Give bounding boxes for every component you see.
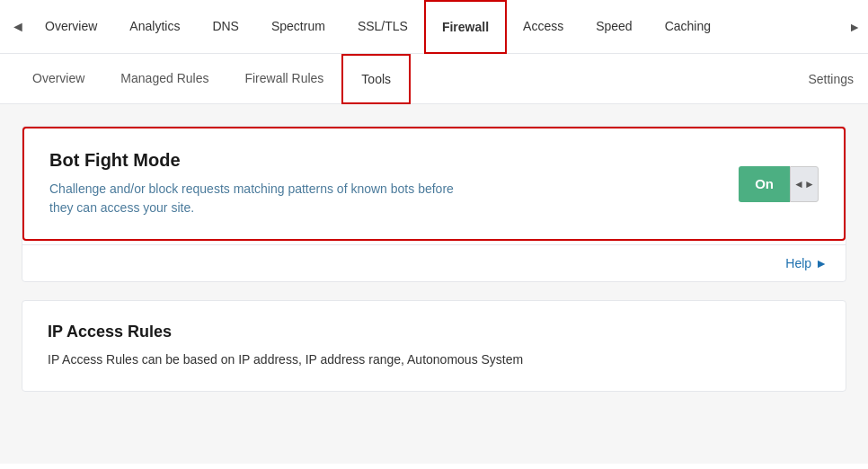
nav-item-access[interactable]: Access bbox=[507, 0, 580, 54]
top-navigation: ◄ Overview Analytics DNS Spectrum SSL/TL… bbox=[0, 0, 868, 54]
main-content: Bot Fight Mode Challenge and/or block re… bbox=[0, 104, 868, 464]
sub-item-managed-rules[interactable]: Managed Rules bbox=[102, 54, 226, 104]
bot-fight-mode-card: Bot Fight Mode Challenge and/or block re… bbox=[22, 126, 846, 282]
nav-item-caching[interactable]: Caching bbox=[649, 0, 727, 54]
nav-prev-arrow[interactable]: ◄ bbox=[7, 19, 29, 35]
ip-access-rules-description: IP Access Rules can be based on IP addre… bbox=[48, 350, 820, 369]
bot-fight-text: Bot Fight Mode Challenge and/or block re… bbox=[49, 150, 739, 217]
toggle-arrows-icon: ◄► bbox=[793, 178, 815, 190]
nav-item-speed[interactable]: Speed bbox=[580, 0, 648, 54]
nav-item-spectrum[interactable]: Spectrum bbox=[255, 0, 341, 54]
nav-item-dns[interactable]: DNS bbox=[196, 0, 255, 54]
bot-fight-description: Challenge and/or block requests matching… bbox=[49, 180, 463, 217]
card-footer: Help ► bbox=[22, 244, 846, 281]
bot-fight-inner: Bot Fight Mode Challenge and/or block re… bbox=[24, 128, 844, 239]
sub-item-tools[interactable]: Tools bbox=[341, 54, 411, 104]
settings-link[interactable]: Settings bbox=[808, 72, 854, 86]
nav-item-overview[interactable]: Overview bbox=[29, 0, 113, 54]
top-nav-items: Overview Analytics DNS Spectrum SSL/TLS … bbox=[29, 0, 848, 54]
sub-item-firewall-rules[interactable]: Firewall Rules bbox=[226, 54, 341, 104]
toggle-on-button[interactable]: On bbox=[739, 166, 790, 202]
bot-fight-title: Bot Fight Mode bbox=[49, 150, 739, 171]
nav-item-analytics[interactable]: Analytics bbox=[113, 0, 196, 54]
help-arrow-icon: ► bbox=[815, 256, 828, 270]
nav-item-firewall[interactable]: Firewall bbox=[424, 0, 507, 54]
toggle-arrows-button[interactable]: ◄► bbox=[790, 166, 819, 202]
nav-next-arrow[interactable]: ► bbox=[848, 20, 861, 34]
help-link[interactable]: Help ► bbox=[785, 256, 828, 270]
help-label: Help bbox=[785, 256, 811, 270]
nav-item-ssltls[interactable]: SSL/TLS bbox=[341, 0, 424, 54]
bot-fight-toggle: On ◄► bbox=[739, 166, 819, 202]
sub-nav-items: Overview Managed Rules Firewall Rules To… bbox=[14, 54, 808, 104]
sub-item-overview[interactable]: Overview bbox=[14, 54, 102, 104]
bot-fight-section: Bot Fight Mode Challenge and/or block re… bbox=[22, 127, 846, 241]
ip-access-rules-card: IP Access Rules IP Access Rules can be b… bbox=[22, 300, 846, 392]
ip-access-rules-title: IP Access Rules bbox=[48, 323, 820, 341]
sub-navigation: Overview Managed Rules Firewall Rules To… bbox=[0, 54, 868, 104]
